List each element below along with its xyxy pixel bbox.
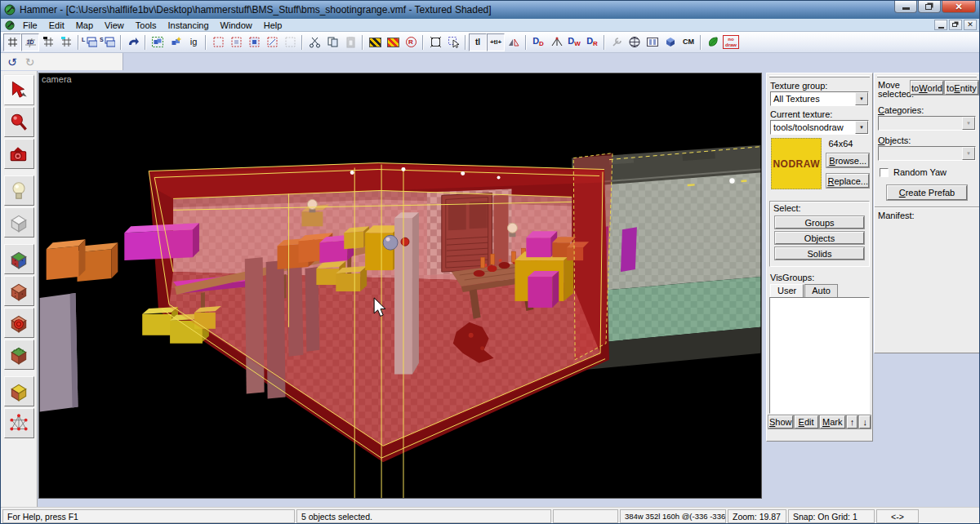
panel-grip[interactable] — [877, 75, 977, 78]
smaller-grid-icon[interactable] — [39, 33, 57, 51]
apply-decals-tool-button[interactable] — [4, 308, 34, 338]
current-texture-select[interactable]: tools/toolsnodraw ▼ — [770, 120, 869, 135]
texture-group-select[interactable]: All Textures ▼ — [770, 91, 869, 106]
select-solids-button[interactable]: Solids — [775, 247, 864, 260]
menu-instancing[interactable]: Instancing — [162, 20, 214, 31]
camera-icon — [8, 144, 29, 165]
magnify-tool-button[interactable] — [4, 107, 34, 137]
texture-lock-icon[interactable]: tl — [469, 33, 487, 51]
toolbar-separator — [362, 35, 363, 50]
wrench-icon[interactable] — [608, 33, 626, 51]
cursor-select-icon[interactable] — [444, 33, 462, 51]
dropdown-arrow-icon[interactable]: ▼ — [855, 92, 868, 105]
menu-help[interactable]: Help — [258, 20, 288, 31]
categories-select[interactable]: ▼ — [878, 116, 976, 131]
display-dd-icon[interactable]: DD — [529, 33, 547, 51]
hide-selected-icon[interactable] — [209, 33, 227, 51]
toggle-3d-grid-icon[interactable]: 3D — [21, 33, 39, 51]
create-prefab-button[interactable]: Create Prefab — [887, 185, 967, 200]
axes-3d-icon[interactable] — [547, 33, 565, 51]
mdi-minimize-button[interactable] — [934, 20, 947, 30]
flip-icon[interactable] — [505, 33, 523, 51]
blue-arrow-icon[interactable] — [124, 33, 142, 51]
restore-button[interactable] — [918, 1, 941, 13]
display-dr-icon[interactable]: DR — [583, 33, 601, 51]
selection-tool-button[interactable] — [4, 75, 34, 105]
dropdown-arrow-icon[interactable]: ▼ — [855, 121, 868, 134]
block-tool-button[interactable] — [4, 207, 34, 238]
select-box-icon[interactable] — [426, 33, 444, 51]
menu-view[interactable]: View — [99, 20, 130, 31]
target-purple-2[interactable] — [621, 227, 637, 272]
browse-button[interactable]: Browse... — [826, 153, 869, 167]
texture-scale-lock-icon[interactable]: +tl+ — [487, 33, 505, 51]
apply-texture-tool-button[interactable] — [4, 276, 34, 306]
vertex-tool-button[interactable] — [4, 408, 34, 438]
menu-tools[interactable]: Tools — [130, 20, 163, 31]
menu-window[interactable]: Window — [215, 20, 258, 31]
group-icon[interactable] — [149, 33, 167, 51]
replace-button[interactable]: Replace... — [826, 174, 869, 188]
hide-unselected-icon[interactable] — [227, 33, 245, 51]
texture-preview[interactable]: NODRAW — [771, 138, 822, 189]
save-window-state-icon[interactable]: S — [100, 33, 118, 51]
entity-tool-button[interactable] — [4, 175, 34, 206]
larger-grid-icon[interactable] — [57, 33, 75, 51]
corridor-light[interactable] — [729, 178, 734, 183]
ignore-groups-icon[interactable]: ig — [185, 33, 203, 51]
columns-grid-icon[interactable] — [644, 33, 662, 51]
cm-icon[interactable]: CM — [679, 33, 697, 51]
display-dw-icon[interactable]: DW — [565, 33, 583, 51]
panel-grip[interactable] — [769, 75, 870, 78]
cordon-sphere-icon[interactable] — [626, 33, 644, 51]
redo-icon[interactable]: ↻ — [25, 56, 35, 68]
radius-culling-icon[interactable]: R — [402, 33, 420, 51]
camera-tool-button[interactable] — [4, 139, 34, 169]
select-groups-button[interactable]: Groups — [775, 216, 864, 229]
toggle-grid-icon[interactable] — [3, 33, 21, 51]
minimize-button[interactable] — [894, 1, 917, 13]
menu-edit[interactable]: Edit — [43, 20, 70, 31]
ungroup-icon[interactable] — [167, 33, 185, 51]
to-world-button[interactable]: toWorld — [911, 81, 943, 95]
visgroups-edit-button[interactable]: Edit — [795, 415, 818, 429]
carve-icon[interactable] — [366, 33, 384, 51]
close-button[interactable]: ✕ — [942, 1, 976, 13]
to-entity-button[interactable]: toEntity — [945, 81, 978, 95]
dropdown-arrow-icon[interactable]: ▼ — [962, 117, 975, 130]
random-yaw-checkbox[interactable] — [880, 168, 889, 177]
visgroups-show-button[interactable]: Show — [768, 415, 793, 429]
hide-entity-names-icon[interactable] — [263, 33, 281, 51]
title-bar[interactable]: Hammer - [C:\Users\halflife1bv\Desktop\h… — [1, 1, 979, 19]
leaf-icon[interactable] — [704, 33, 722, 51]
show-hidden-objects-icon[interactable] — [245, 33, 263, 51]
visgroups-mark-button[interactable]: Mark — [820, 415, 845, 429]
undo-icon[interactable]: ↺ — [7, 56, 17, 68]
menu-file[interactable]: File — [17, 20, 43, 31]
menu-map[interactable]: Map — [70, 20, 99, 31]
visgroup-hide-icon[interactable] — [281, 33, 299, 51]
mdi-restore-button[interactable] — [949, 20, 962, 30]
mdi-document-icon[interactable] — [5, 20, 15, 30]
visgroups-up-button[interactable]: ↑ — [847, 415, 858, 429]
overlay-tool-button[interactable] — [4, 340, 34, 370]
load-window-state-icon[interactable]: L — [82, 33, 100, 51]
apply-nodraw-icon[interactable]: nodraw — [722, 33, 740, 51]
visgroups-down-button[interactable]: ↓ — [859, 415, 871, 429]
visgroups-tab-user[interactable]: User — [770, 284, 804, 297]
mdi-close-button[interactable]: ✕ — [964, 20, 977, 30]
copy-icon[interactable] — [323, 33, 341, 51]
visgroups-tab-auto[interactable]: Auto — [804, 284, 838, 297]
select-objects-button[interactable]: Objects — [775, 232, 864, 244]
objects-select[interactable]: ▼ — [878, 146, 976, 161]
viewport-mode-label[interactable]: camera — [42, 74, 72, 84]
dropdown-arrow-icon[interactable]: ▼ — [962, 147, 975, 160]
cut-icon[interactable] — [305, 33, 323, 51]
blue-cube-icon[interactable] — [662, 33, 679, 51]
hollow-icon[interactable] — [384, 33, 402, 51]
clipping-tool-button[interactable] — [4, 376, 34, 406]
paste-icon[interactable] — [341, 33, 359, 51]
texture-application-tool-button[interactable] — [4, 244, 34, 274]
visgroups-list[interactable] — [769, 297, 870, 414]
camera-3d-viewport[interactable]: camera — [38, 73, 762, 499]
